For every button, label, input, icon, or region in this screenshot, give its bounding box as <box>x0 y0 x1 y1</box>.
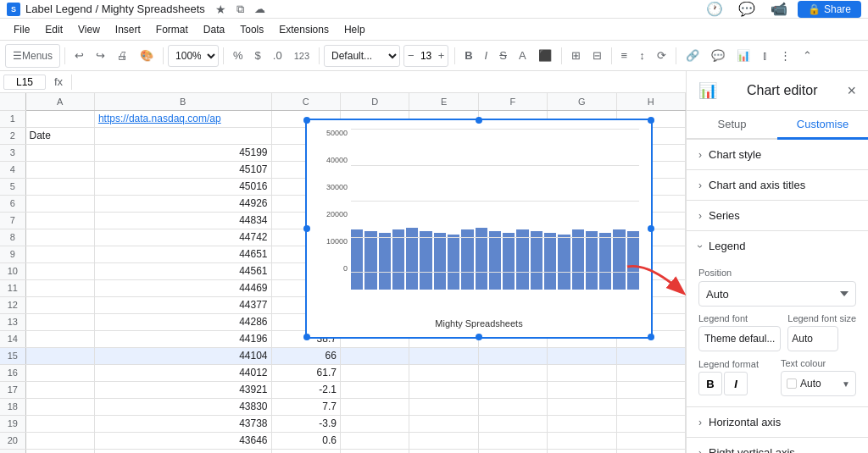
cell-empty[interactable] <box>478 347 547 364</box>
cell-empty[interactable] <box>478 398 547 415</box>
cell-c[interactable]: 66 <box>271 347 340 364</box>
menu-insert[interactable]: Insert <box>108 22 147 37</box>
resize-handle-tl[interactable] <box>303 117 310 124</box>
cell-b[interactable]: 43738 <box>94 415 271 432</box>
row-header[interactable]: 9 <box>0 246 25 262</box>
menu-data[interactable]: Data <box>197 22 231 37</box>
row-header[interactable]: 19 <box>0 415 25 432</box>
right-vertical-axis-header[interactable]: › Right vertical axis <box>687 438 868 453</box>
bold-format-button[interactable]: B <box>698 372 722 395</box>
decimal-button[interactable]: .0 <box>268 44 287 68</box>
font-increase-button[interactable]: + <box>435 44 448 68</box>
chart-style-header[interactable]: › Chart style <box>687 140 868 169</box>
cell-empty[interactable] <box>478 381 547 398</box>
row-header[interactable]: 7 <box>0 212 25 229</box>
cell-a[interactable] <box>25 178 94 195</box>
cell-empty[interactable] <box>409 364 478 381</box>
filter-button[interactable]: ⫿ <box>757 44 773 68</box>
resize-handle-corner[interactable] <box>648 334 654 340</box>
row-header[interactable]: 8 <box>0 229 25 246</box>
redo-button[interactable]: ↪ <box>91 44 110 68</box>
cell-c[interactable]: -2.1 <box>271 381 340 398</box>
cell-empty[interactable] <box>340 415 409 432</box>
cell-b[interactable]: 45199 <box>94 144 271 161</box>
cell-a[interactable] <box>25 195 94 212</box>
cell-a[interactable] <box>25 110 94 127</box>
resize-handle-right[interactable] <box>648 225 654 232</box>
row-header[interactable]: 13 <box>0 313 25 330</box>
cloud-icon[interactable]: ☁ <box>254 3 265 15</box>
row-header[interactable]: 20 <box>0 432 25 449</box>
cell-empty[interactable] <box>409 381 478 398</box>
cell-a[interactable] <box>25 347 94 364</box>
legend-font-select[interactable]: Theme defaul... <box>698 326 781 351</box>
cell-empty[interactable] <box>409 415 478 432</box>
collapse-toolbar-button[interactable]: ⌃ <box>798 44 817 68</box>
star-icon[interactable]: ★ <box>215 3 226 16</box>
cell-a[interactable] <box>25 229 94 246</box>
history-button[interactable]: 🕐 <box>701 1 728 17</box>
cell-b[interactable] <box>94 127 271 144</box>
cell-a[interactable] <box>25 364 94 381</box>
cell-empty[interactable] <box>548 364 616 381</box>
cell-b[interactable]: 44104 <box>94 347 271 364</box>
undo-button[interactable]: ↩ <box>70 44 89 68</box>
share-button[interactable]: 🔒 Share <box>798 1 861 18</box>
chart-area[interactable]: 50000 40000 30000 20000 10000 0 <box>305 119 653 339</box>
cell-empty[interactable] <box>548 432 616 449</box>
cell-a[interactable] <box>25 415 94 432</box>
cell-b[interactable]: 44834 <box>94 212 271 229</box>
cell-a[interactable] <box>25 398 94 415</box>
cell-a[interactable] <box>25 296 94 313</box>
resize-handle-bottom[interactable] <box>476 334 482 340</box>
currency-button[interactable]: $ <box>250 44 266 68</box>
italic-format-button[interactable]: I <box>724 372 748 395</box>
video-button[interactable]: 📹 <box>765 1 793 17</box>
cell-a[interactable] <box>25 381 94 398</box>
cell-empty[interactable] <box>340 364 409 381</box>
cell-b[interactable]: 44469 <box>94 279 271 296</box>
row-header[interactable]: 17 <box>0 381 25 398</box>
cell-b[interactable]: 44196 <box>94 330 271 347</box>
cell-a[interactable] <box>25 313 94 330</box>
series-header[interactable]: › Series <box>687 201 868 230</box>
row-header[interactable]: 5 <box>0 178 25 195</box>
cell-empty[interactable] <box>616 364 685 381</box>
cell-b[interactable]: 43921 <box>94 381 271 398</box>
row-header[interactable]: 10 <box>0 262 25 279</box>
row-header[interactable]: 2 <box>0 127 25 144</box>
formula-input[interactable] <box>75 75 682 88</box>
cell-empty[interactable] <box>478 449 547 453</box>
cell-b[interactable]: 44926 <box>94 195 271 212</box>
cell-empty[interactable] <box>616 347 685 364</box>
cell-c[interactable]: 7.7 <box>271 398 340 415</box>
menu-view[interactable]: View <box>71 22 107 37</box>
cell-c[interactable]: -3.9 <box>271 415 340 432</box>
row-header[interactable]: 16 <box>0 364 25 381</box>
cell-empty[interactable] <box>616 415 685 432</box>
cell-b[interactable]: 43646 <box>94 432 271 449</box>
cell-b[interactable]: 44742 <box>94 229 271 246</box>
chart-button[interactable]: 📊 <box>732 44 755 68</box>
cell-empty[interactable] <box>340 449 409 453</box>
cell-b[interactable]: 43830 <box>94 398 271 415</box>
cell-empty[interactable] <box>340 381 409 398</box>
row-header[interactable]: 14 <box>0 330 25 347</box>
row-header[interactable]: 1 <box>0 110 25 127</box>
cell-empty[interactable] <box>548 381 616 398</box>
strikethrough-button[interactable]: S <box>494 44 512 68</box>
cell-empty[interactable] <box>409 432 478 449</box>
row-header[interactable]: 6 <box>0 195 25 212</box>
chat-button[interactable]: 💬 <box>733 1 760 17</box>
col-header-d[interactable]: D <box>340 93 409 110</box>
zoom-select[interactable]: 100% <box>168 45 219 67</box>
menu-extensions[interactable]: Extensions <box>272 22 336 37</box>
text-color-button[interactable]: A <box>514 44 531 68</box>
row-header[interactable]: 12 <box>0 296 25 313</box>
col-header-h[interactable]: H <box>616 93 685 110</box>
resize-handle-tr[interactable] <box>648 117 654 124</box>
folder-icon[interactable]: ⧉ <box>236 3 244 16</box>
cell-a[interactable] <box>25 246 94 262</box>
col-header-a[interactable]: A <box>25 93 94 110</box>
cell-empty[interactable] <box>340 432 409 449</box>
